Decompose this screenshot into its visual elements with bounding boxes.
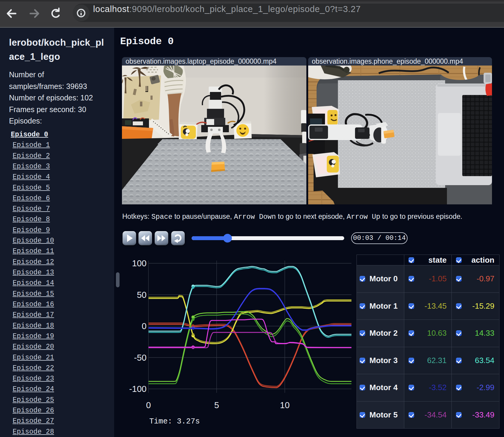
svg-text:5: 5 — [214, 400, 219, 410]
svg-text:100: 100 — [132, 258, 147, 268]
svg-text:50: 50 — [137, 290, 147, 300]
svg-text:0: 0 — [146, 400, 151, 410]
svg-text:10: 10 — [280, 400, 290, 410]
svg-text:-100: -100 — [129, 384, 147, 394]
svg-text:0: 0 — [142, 321, 147, 331]
svg-text:-50: -50 — [134, 353, 147, 362]
